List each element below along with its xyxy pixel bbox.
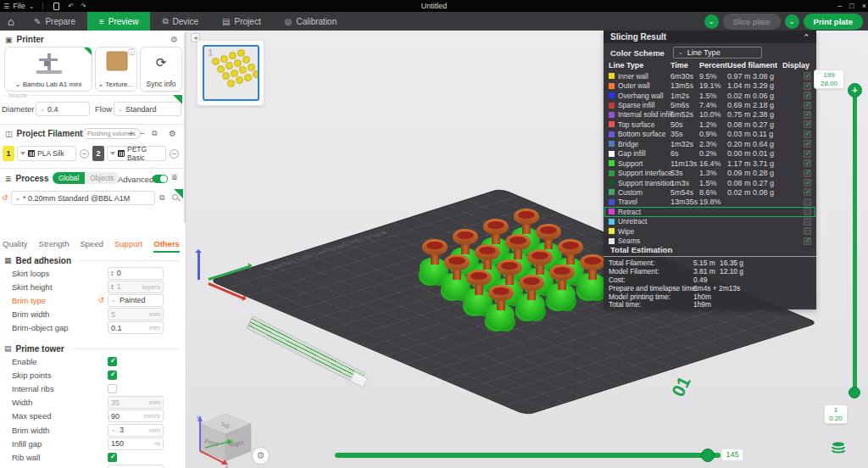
panel-collapse-icon[interactable]: ⌃: [803, 33, 810, 42]
sidebar-scrollbar[interactable]: [184, 32, 186, 223]
display-checkbox[interactable]: [804, 131, 811, 138]
plate-type-dropdown[interactable]: ⌄ Texture…: [96, 81, 136, 88]
display-checkbox[interactable]: [804, 111, 811, 119]
line-type-row[interactable]: Outer wall 13m5s 19.1% 1.04 m 3.29 g: [604, 81, 815, 90]
plate-type-card[interactable]: ⓘ ⌄ Texture…: [95, 47, 137, 92]
line-type-row[interactable]: Support transition 1m3s 1.5% 0.08 m 0.27…: [604, 178, 815, 187]
line-type-row[interactable]: Inner wall 6m30s 9.5% 0.97 m 3.08 g: [604, 71, 815, 81]
home-icon[interactable]: ⌂: [0, 12, 22, 31]
param-tab[interactable]: Strength: [39, 239, 70, 253]
tab-device[interactable]: ⧉ Device: [150, 12, 210, 31]
layer-slider-bottom-handle[interactable]: [849, 387, 860, 398]
remove-filament-icon[interactable]: −: [140, 129, 145, 138]
display-checkbox[interactable]: [804, 120, 811, 128]
filament-index-chip[interactable]: 1: [3, 146, 14, 161]
setting-checkbox[interactable]: [108, 453, 117, 462]
close-button[interactable]: ×: [862, 2, 866, 10]
tab-project[interactable]: ▤ Project: [210, 12, 273, 31]
line-type-row[interactable]: Custom 5m54s 8.6% 0.02 m 0.08 g: [604, 187, 815, 197]
move-slider-handle[interactable]: [701, 448, 715, 462]
display-checkbox[interactable]: [804, 218, 811, 226]
slice-plate-button[interactable]: Slice plate: [723, 14, 781, 30]
print-options-chevron[interactable]: ⌄: [785, 14, 799, 29]
setting-checkbox[interactable]: [108, 384, 117, 393]
display-checkbox[interactable]: [804, 82, 811, 90]
compare-preset-icon[interactable]: ⧉: [159, 193, 164, 203]
param-tab[interactable]: Quality: [3, 239, 28, 253]
printer-settings-gear-icon[interactable]: ⚙: [170, 35, 178, 44]
filament-index-chip[interactable]: 2: [92, 146, 104, 161]
display-checkbox[interactable]: [804, 227, 811, 235]
layer-slider-track[interactable]: [853, 90, 857, 393]
objects-toggle[interactable]: Objects: [85, 172, 119, 184]
display-checkbox[interactable]: [804, 208, 811, 215]
printed-object[interactable]: [516, 275, 547, 324]
add-filament-icon[interactable]: +: [129, 129, 134, 138]
display-checkbox[interactable]: [804, 92, 811, 99]
printer-name-dropdown[interactable]: ⌄ Bambu Lab A1 mini: [5, 81, 92, 88]
layer-slider-top-handle[interactable]: +: [848, 83, 862, 98]
line-type-row[interactable]: Retract: [604, 207, 815, 216]
setting-input[interactable]: ▴▾ ⌄ 35 mm: [108, 396, 164, 409]
duplicate-filament-icon[interactable]: ⧉: [152, 129, 157, 138]
minimize-button[interactable]: –: [837, 2, 842, 10]
plate-thumbnail[interactable]: 1: [203, 45, 259, 101]
line-type-row[interactable]: Bridge 1m32s 2.3% 0.20 m 0.64 g: [604, 139, 815, 148]
setting-input[interactable]: ▴▾ ⌄ 90 mm/s: [108, 410, 164, 422]
plate-thumbnail-card[interactable]: 1: [197, 40, 264, 106]
printed-object[interactable]: [486, 285, 516, 334]
display-checkbox[interactable]: [804, 188, 811, 196]
param-tab[interactable]: Speed: [81, 239, 103, 253]
line-type-row[interactable]: Support 11m13s 16.4% 1.17 m 3.71 g: [604, 159, 815, 168]
line-type-row[interactable]: Bottom surface 35s 0.9% 0.03 m 0.11 g: [604, 130, 815, 139]
line-type-row[interactable]: Internal solid infill 6m52s 10.0% 0.75 m…: [604, 110, 815, 120]
filament-settings-gear-icon[interactable]: ⚙: [169, 129, 176, 138]
print-plate-button[interactable]: Print plate: [804, 14, 863, 30]
color-scheme-dropdown[interactable]: ⌄ Line Type: [673, 47, 762, 58]
setting-input[interactable]: ▴▾ ⌄ 1 layers: [108, 281, 164, 293]
global-toggle[interactable]: Global: [53, 172, 85, 184]
param-tab[interactable]: Support: [114, 239, 142, 253]
undo-modified-icon[interactable]: ↺: [97, 296, 104, 304]
setting-checkbox[interactable]: [108, 370, 117, 380]
setting-input[interactable]: ▴▾ ⌄ 0: [108, 267, 164, 280]
diameter-dropdown[interactable]: ⌄ 0.4: [36, 102, 90, 116]
setting-input[interactable]: ▴▾ ⌄ 5 mm: [108, 308, 164, 320]
filament-dropdown[interactable]: PETG Basic: [107, 146, 166, 161]
setting-checkbox[interactable]: [108, 357, 117, 366]
display-checkbox[interactable]: [804, 179, 811, 187]
line-type-row[interactable]: Unretract: [604, 217, 815, 226]
setting-input[interactable]: ▴▾ ⌄ Painted: [108, 294, 164, 307]
process-preset-dropdown[interactable]: ⌄ * 0.20mm Standard @BBL A1M: [11, 191, 155, 205]
display-checkbox[interactable]: [804, 159, 811, 167]
line-type-row[interactable]: Support interface 53s 1.3% 0.09 m 0.28 g: [604, 168, 815, 177]
display-checkbox[interactable]: [804, 140, 811, 148]
setting-input[interactable]: ▴▾ ⌄ 0 mm: [108, 465, 164, 468]
printer-card[interactable]: ⌄ Bambu Lab A1 mini: [4, 47, 92, 92]
remove-circle-icon[interactable]: [80, 149, 89, 159]
advanced-toggle[interactable]: [153, 175, 168, 183]
display-checkbox[interactable]: [804, 237, 811, 245]
setting-input[interactable]: ▴▾ ⌄ 150 %: [108, 437, 164, 450]
filament-dropdown[interactable]: PLA Silk: [17, 146, 76, 161]
line-type-row[interactable]: Travel 13m35s 19.8%: [604, 198, 815, 207]
move-slider-track[interactable]: [335, 453, 721, 458]
tab-preview[interactable]: ≡ Preview: [87, 12, 150, 31]
param-tab[interactable]: Others: [153, 239, 180, 253]
reset-process-icon[interactable]: ↺: [2, 193, 8, 202]
tab-calibration[interactable]: ◎ Calibration: [273, 12, 349, 31]
spinner-arrows-icon[interactable]: ▴▾: [111, 283, 114, 291]
line-type-row[interactable]: Gap infill 6s 0.2% 0.00 m 0.01 g: [604, 149, 815, 159]
line-type-row[interactable]: Overhang wall 1m2s 1.5% 0.02 m 0.06 g: [604, 91, 815, 100]
tab-prepare[interactable]: ✎ Prepare: [22, 12, 87, 31]
layers-stack-icon[interactable]: [831, 440, 846, 455]
list-view-icon[interactable]: ≣: [171, 173, 178, 181]
info-icon[interactable]: ⓘ: [128, 47, 135, 57]
display-checkbox[interactable]: [804, 102, 811, 109]
setting-input[interactable]: ▴▾ ⌄ 0.1 mm: [108, 321, 164, 334]
slice-options-chevron[interactable]: ⌄: [704, 14, 719, 29]
spinner-arrows-icon[interactable]: ▴▾: [111, 270, 114, 277]
line-type-row[interactable]: Sparse infill 5m6s 7.4% 0.69 m 2.18 g: [604, 100, 815, 109]
display-checkbox[interactable]: [804, 72, 811, 80]
line-type-row[interactable]: Wipe: [604, 226, 815, 236]
